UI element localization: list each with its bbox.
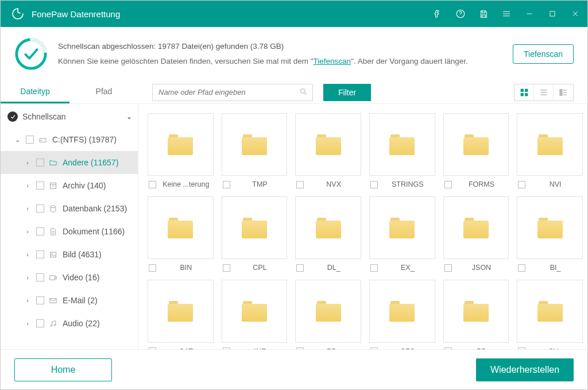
folder-card[interactable]: NVI [517,113,583,188]
checkbox[interactable] [444,181,452,188]
sidebar-category-label: Andere (11657) [63,158,118,167]
folder-thumb [295,280,361,342]
sidebar-category-label: Bild (4631) [63,250,102,259]
facebook-icon[interactable] [432,9,443,19]
search-input[interactable] [157,87,299,97]
search-box[interactable] [152,84,313,101]
tab-path[interactable]: Pfad [69,81,138,103]
sidebar-category-row[interactable]: ›Bild (4631) [1,243,138,266]
filter-button[interactable]: Filter [323,84,371,101]
chevron-right-icon: › [24,274,32,281]
sidebar-category-row[interactable]: ›Dokument (1166) [1,220,138,243]
checkbox[interactable] [36,273,44,281]
folder-card[interactable]: CFG [369,280,435,349]
folder-caption: CPL [222,264,288,272]
checkbox[interactable] [518,181,525,188]
folder-card[interactable]: CPL [222,196,288,272]
folder-card[interactable]: Keine ...terung [148,113,214,188]
checkbox[interactable] [370,181,378,188]
folder-card[interactable]: NVX [295,113,361,188]
checkbox[interactable] [36,182,44,190]
toolbar: Dateityp Pfad Filter [1,81,587,103]
folder-card[interactable]: INF [222,280,288,349]
help-icon[interactable] [455,9,466,19]
view-detail-icon[interactable] [554,84,573,101]
folder-grid-wrap[interactable]: Keine ...terungTMPNVXSTRINGSFORMSNVIBINC… [138,104,587,349]
folder-card[interactable]: PD_ [295,280,361,349]
checkbox[interactable] [296,264,304,272]
sidebar-category-row[interactable]: ›Archiv (140) [1,174,138,197]
folder-card[interactable]: BIN [148,196,214,272]
checkbox[interactable] [149,264,156,272]
checkbox[interactable] [36,319,44,327]
tab-filetype[interactable]: Dateityp [1,81,69,103]
folder-card[interactable]: JSON [443,196,509,272]
folder-card[interactable]: BI_ [517,196,583,272]
checkbox[interactable] [36,296,44,304]
checkbox[interactable] [223,181,230,188]
folder-card[interactable]: SY_ [517,280,583,349]
folder-label: STRINGS [381,180,434,188]
checkbox[interactable] [296,181,304,188]
folder-card[interactable]: DL_ [295,196,361,272]
search-icon[interactable] [299,87,308,98]
checkbox[interactable] [36,227,44,235]
folder-thumb [148,280,214,342]
folder-label: JSON [455,264,508,272]
chevron-right-icon: › [24,182,32,189]
save-icon[interactable] [478,9,489,19]
checkbox[interactable] [36,204,44,213]
chevron-right-icon: › [24,297,32,304]
folder-card[interactable]: TMP [222,113,288,188]
status-text: Schnellscan abgeschlossen: 19787 Datei(e… [58,39,502,68]
checkbox[interactable] [518,264,525,272]
sidebar-category-label: Datenbank (2153) [63,204,127,213]
folder-caption: STRINGS [369,180,435,188]
checkbox[interactable] [36,250,44,258]
sidebar-category-row[interactable]: ›Datenbank (2153) [1,197,138,220]
recover-button[interactable]: Wiederherstellen [476,358,574,381]
chevron-right-icon: › [24,159,32,166]
folder-card[interactable]: STRINGS [369,113,435,188]
sidebar-drive-row[interactable]: ⌄ C:(NTFS) (19787) [1,128,138,151]
folder-icon [389,301,415,322]
folder-icon [316,218,341,238]
folder-card[interactable]: FORMS [443,113,509,188]
folder-icon [463,134,489,155]
view-list-icon[interactable] [534,84,554,101]
menu-icon[interactable] [501,9,512,19]
folder-grid: Keine ...terungTMPNVXSTRINGSFORMSNVIBINC… [148,113,583,349]
folder-icon [537,134,563,155]
checkbox[interactable] [370,264,378,272]
folder-icon [242,301,267,322]
folder-icon [168,134,193,155]
checkbox[interactable] [223,264,230,272]
svg-rect-1 [550,11,555,16]
checkbox[interactable] [149,181,156,188]
sidebar-category-row[interactable]: ›Video (16) [1,266,138,289]
maximize-icon[interactable] [547,9,558,19]
home-button[interactable]: Home [14,358,112,381]
checkbox[interactable] [444,264,452,272]
folder-icon [389,218,415,238]
folder-label: EX_ [381,264,434,272]
sidebar-category-row[interactable]: ›E-Mail (2) [1,289,138,312]
folder-caption: FORMS [443,180,509,188]
svg-rect-12 [51,183,56,188]
app-logo-icon [11,7,25,21]
sidebar-category-row[interactable]: ›Audio (22) [1,312,138,335]
deepscan-link[interactable]: Tiefenscan [314,57,351,65]
svg-point-13 [51,205,56,207]
folder-card[interactable]: CAT [148,280,214,349]
checkbox[interactable] [26,136,34,144]
folder-card[interactable]: EX_ [369,196,435,272]
close-icon[interactable] [570,9,581,19]
sidebar-category-row[interactable]: ›Andere (11657) [1,151,138,174]
minimize-icon[interactable] [524,9,535,19]
folder-card[interactable]: PB [443,280,509,349]
sidebar-quickscan-header[interactable]: Schnellscan ⌄ [1,105,138,128]
view-grid-icon[interactable] [514,84,534,101]
checkbox[interactable] [36,159,44,167]
folder-thumb [517,113,583,176]
deepscan-button[interactable]: Tiefenscan [513,44,574,64]
